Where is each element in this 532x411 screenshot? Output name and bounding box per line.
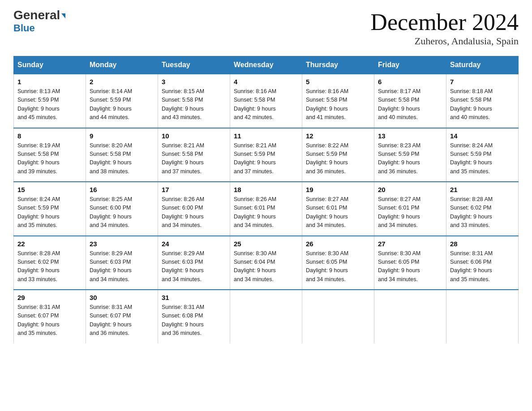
day-info: Sunrise: 8:29 AMSunset: 6:03 PMDaylight:…: [162, 249, 226, 284]
calendar-cell: 18 Sunrise: 8:26 AMSunset: 6:01 PMDaylig…: [230, 182, 302, 236]
day-info: Sunrise: 8:26 AMSunset: 6:01 PMDaylight:…: [234, 195, 298, 230]
day-number: 9: [90, 132, 154, 140]
day-info: Sunrise: 8:30 AMSunset: 6:04 PMDaylight:…: [234, 249, 298, 284]
day-number: 25: [234, 240, 298, 248]
day-number: 19: [306, 186, 370, 193]
day-number: 6: [378, 78, 442, 86]
day-number: 26: [306, 240, 370, 248]
day-number: 13: [378, 132, 442, 140]
calendar-cell: 27 Sunrise: 8:30 AMSunset: 6:05 PMDaylig…: [374, 236, 446, 290]
header-tuesday: Tuesday: [158, 56, 230, 74]
day-number: 23: [90, 240, 154, 248]
day-info: Sunrise: 8:28 AMSunset: 6:02 PMDaylight:…: [450, 195, 515, 230]
day-info: Sunrise: 8:14 AMSunset: 5:59 PMDaylight:…: [90, 87, 154, 122]
title-area: December 2024 Zuheros, Andalusia, Spain: [370, 9, 519, 47]
header-friday: Friday: [374, 56, 446, 74]
day-info: Sunrise: 8:30 AMSunset: 6:05 PMDaylight:…: [306, 249, 370, 284]
calendar-cell: 17 Sunrise: 8:26 AMSunset: 6:00 PMDaylig…: [158, 182, 230, 236]
day-info: Sunrise: 8:17 AMSunset: 5:58 PMDaylight:…: [378, 87, 442, 122]
calendar-cell: 15 Sunrise: 8:24 AMSunset: 5:59 PMDaylig…: [14, 182, 86, 236]
day-info: Sunrise: 8:25 AMSunset: 6:00 PMDaylight:…: [90, 195, 154, 230]
day-number: 17: [162, 186, 226, 193]
calendar-cell: 28 Sunrise: 8:31 AMSunset: 6:06 PMDaylig…: [446, 236, 519, 290]
logo: General Blue: [13, 9, 65, 34]
day-number: 28: [450, 240, 515, 248]
calendar-cell: 13 Sunrise: 8:23 AMSunset: 5:59 PMDaylig…: [374, 128, 446, 182]
day-info: Sunrise: 8:29 AMSunset: 6:03 PMDaylight:…: [90, 249, 154, 284]
day-number: 1: [17, 78, 82, 86]
day-info: Sunrise: 8:31 AMSunset: 6:06 PMDaylight:…: [450, 249, 515, 284]
calendar-week-row: 15 Sunrise: 8:24 AMSunset: 5:59 PMDaylig…: [14, 182, 519, 236]
calendar-cell: 24 Sunrise: 8:29 AMSunset: 6:03 PMDaylig…: [158, 236, 230, 290]
logo-general: General: [13, 9, 60, 21]
day-number: 14: [450, 132, 515, 140]
calendar-cell: [302, 290, 374, 343]
day-info: Sunrise: 8:27 AMSunset: 6:01 PMDaylight:…: [306, 195, 370, 230]
day-info: Sunrise: 8:31 AMSunset: 6:07 PMDaylight:…: [17, 303, 82, 338]
day-number: 10: [162, 132, 226, 140]
day-number: 21: [450, 186, 515, 193]
day-number: 4: [234, 78, 298, 86]
day-number: 16: [90, 186, 154, 193]
day-info: Sunrise: 8:21 AMSunset: 5:58 PMDaylight:…: [162, 141, 226, 176]
calendar-cell: 30 Sunrise: 8:31 AMSunset: 6:07 PMDaylig…: [86, 290, 158, 343]
calendar-cell: 31 Sunrise: 8:31 AMSunset: 6:08 PMDaylig…: [158, 290, 230, 343]
day-info: Sunrise: 8:16 AMSunset: 5:58 PMDaylight:…: [306, 87, 370, 122]
calendar-cell: 23 Sunrise: 8:29 AMSunset: 6:03 PMDaylig…: [86, 236, 158, 290]
month-title: December 2024: [370, 9, 519, 35]
day-info: Sunrise: 8:31 AMSunset: 6:08 PMDaylight:…: [162, 303, 226, 338]
calendar-table: SundayMondayTuesdayWednesdayThursdayFrid…: [13, 56, 519, 343]
calendar-cell: 1 Sunrise: 8:13 AMSunset: 5:59 PMDayligh…: [14, 74, 86, 128]
calendar-week-row: 22 Sunrise: 8:28 AMSunset: 6:02 PMDaylig…: [14, 236, 519, 290]
calendar-cell: 8 Sunrise: 8:19 AMSunset: 5:58 PMDayligh…: [14, 128, 86, 182]
calendar-cell: 14 Sunrise: 8:24 AMSunset: 5:59 PMDaylig…: [446, 128, 519, 182]
calendar-cell: 20 Sunrise: 8:27 AMSunset: 6:01 PMDaylig…: [374, 182, 446, 236]
calendar-cell: 6 Sunrise: 8:17 AMSunset: 5:58 PMDayligh…: [374, 74, 446, 128]
calendar-cell: 22 Sunrise: 8:28 AMSunset: 6:02 PMDaylig…: [14, 236, 86, 290]
header-wednesday: Wednesday: [230, 56, 302, 74]
day-number: 18: [234, 186, 298, 193]
day-info: Sunrise: 8:16 AMSunset: 5:58 PMDaylight:…: [234, 87, 298, 122]
calendar-cell: [230, 290, 302, 343]
calendar-cell: 16 Sunrise: 8:25 AMSunset: 6:00 PMDaylig…: [86, 182, 158, 236]
calendar-week-row: 8 Sunrise: 8:19 AMSunset: 5:58 PMDayligh…: [14, 128, 519, 182]
location: Zuheros, Andalusia, Spain: [370, 35, 519, 47]
day-info: Sunrise: 8:13 AMSunset: 5:59 PMDaylight:…: [17, 87, 82, 122]
day-info: Sunrise: 8:26 AMSunset: 6:00 PMDaylight:…: [162, 195, 226, 230]
day-info: Sunrise: 8:18 AMSunset: 5:58 PMDaylight:…: [450, 87, 515, 122]
day-info: Sunrise: 8:24 AMSunset: 5:59 PMDaylight:…: [450, 141, 515, 176]
calendar-cell: 9 Sunrise: 8:20 AMSunset: 5:58 PMDayligh…: [86, 128, 158, 182]
day-number: 20: [378, 186, 442, 193]
day-number: 29: [17, 294, 82, 301]
calendar-cell: [374, 290, 446, 343]
day-number: 2: [90, 78, 154, 86]
day-number: 8: [17, 132, 82, 140]
day-number: 22: [17, 240, 82, 248]
calendar-cell: 11 Sunrise: 8:21 AMSunset: 5:59 PMDaylig…: [230, 128, 302, 182]
day-number: 31: [162, 294, 226, 301]
header-sunday: Sunday: [14, 56, 86, 74]
calendar-cell: 19 Sunrise: 8:27 AMSunset: 6:01 PMDaylig…: [302, 182, 374, 236]
day-number: 3: [162, 78, 226, 86]
calendar-cell: 3 Sunrise: 8:15 AMSunset: 5:58 PMDayligh…: [158, 74, 230, 128]
calendar-cell: 25 Sunrise: 8:30 AMSunset: 6:04 PMDaylig…: [230, 236, 302, 290]
logo-blue: Blue: [13, 22, 35, 34]
day-info: Sunrise: 8:30 AMSunset: 6:05 PMDaylight:…: [378, 249, 442, 284]
day-info: Sunrise: 8:15 AMSunset: 5:58 PMDaylight:…: [162, 87, 226, 122]
day-info: Sunrise: 8:20 AMSunset: 5:58 PMDaylight:…: [90, 141, 154, 176]
calendar-cell: 2 Sunrise: 8:14 AMSunset: 5:59 PMDayligh…: [86, 74, 158, 128]
day-info: Sunrise: 8:21 AMSunset: 5:59 PMDaylight:…: [234, 141, 298, 176]
calendar-cell: 26 Sunrise: 8:30 AMSunset: 6:05 PMDaylig…: [302, 236, 374, 290]
day-info: Sunrise: 8:19 AMSunset: 5:58 PMDaylight:…: [17, 141, 82, 176]
day-info: Sunrise: 8:22 AMSunset: 5:59 PMDaylight:…: [306, 141, 370, 176]
calendar-header-row: SundayMondayTuesdayWednesdayThursdayFrid…: [14, 56, 519, 74]
day-number: 12: [306, 132, 370, 140]
day-info: Sunrise: 8:28 AMSunset: 6:02 PMDaylight:…: [17, 249, 82, 284]
day-number: 24: [162, 240, 226, 248]
calendar-cell: 21 Sunrise: 8:28 AMSunset: 6:02 PMDaylig…: [446, 182, 519, 236]
header-thursday: Thursday: [302, 56, 374, 74]
day-number: 7: [450, 78, 515, 86]
header-saturday: Saturday: [446, 56, 519, 74]
calendar-cell: 12 Sunrise: 8:22 AMSunset: 5:59 PMDaylig…: [302, 128, 374, 182]
logo-arrow-icon: [61, 13, 65, 18]
